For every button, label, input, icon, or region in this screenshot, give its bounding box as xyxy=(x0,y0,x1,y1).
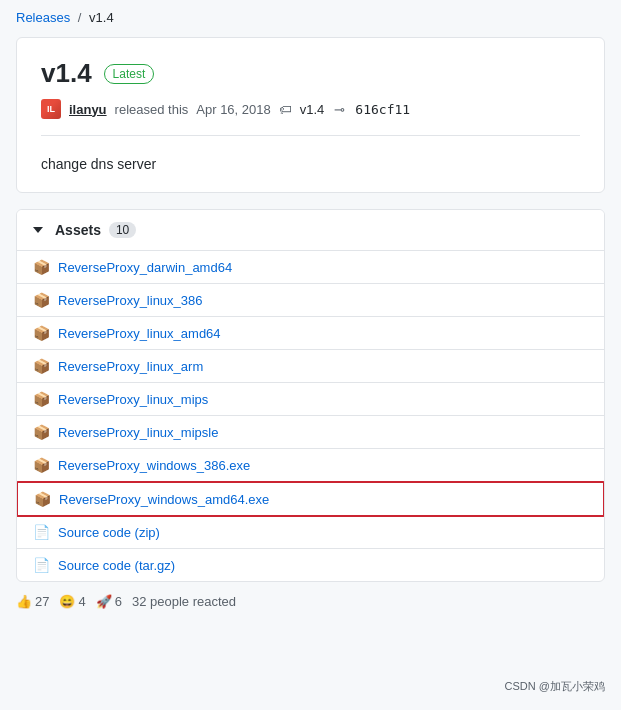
assets-count: 10 xyxy=(109,222,136,238)
reaction-heart[interactable]: 😄 4 xyxy=(59,594,85,609)
asset-link[interactable]: ReverseProxy_linux_arm xyxy=(58,359,203,374)
asset-item: 📦ReverseProxy_linux_386 xyxy=(17,284,604,317)
asset-link[interactable]: ReverseProxy_linux_mips xyxy=(58,392,208,407)
binary-icon: 📦 xyxy=(33,391,50,407)
release-commit: 616cf11 xyxy=(355,102,410,117)
tag-icon: 🏷 xyxy=(279,102,292,117)
release-description: change dns server xyxy=(41,152,580,172)
chevron-down-icon xyxy=(33,227,43,233)
release-header: v1.4 Latest xyxy=(41,58,580,89)
release-version: v1.4 xyxy=(41,58,92,89)
release-tag: v1.4 xyxy=(300,102,325,117)
asset-item: 📄Source code (zip) xyxy=(17,516,604,549)
latest-badge: Latest xyxy=(104,64,155,84)
asset-link[interactable]: ReverseProxy_linux_amd64 xyxy=(58,326,221,341)
assets-section: Assets 10 📦ReverseProxy_darwin_amd64📦Rev… xyxy=(16,209,605,582)
breadcrumb-releases-link[interactable]: Releases xyxy=(16,10,70,25)
reactions-text: 32 people reacted xyxy=(132,594,236,609)
asset-list: 📦ReverseProxy_darwin_amd64📦ReverseProxy_… xyxy=(17,251,604,581)
reactions-bar: 👍 27 😄 4 🚀 6 32 people reacted xyxy=(16,582,605,613)
asset-link[interactable]: Source code (tar.gz) xyxy=(58,558,175,573)
asset-item: 📄Source code (tar.gz) xyxy=(17,549,604,581)
source-icon: 📄 xyxy=(33,557,50,573)
reaction-rocket[interactable]: 🚀 6 xyxy=(96,594,122,609)
reaction-thumbsup[interactable]: 👍 27 xyxy=(16,594,49,609)
release-action: released this xyxy=(115,102,189,117)
binary-icon: 📦 xyxy=(33,358,50,374)
asset-link[interactable]: ReverseProxy_linux_mipsle xyxy=(58,425,218,440)
breadcrumb: Releases / v1.4 xyxy=(16,10,605,25)
asset-item: 📦ReverseProxy_linux_amd64 xyxy=(17,317,604,350)
heart-count: 4 xyxy=(78,594,85,609)
asset-item: 📦ReverseProxy_darwin_amd64 xyxy=(17,251,604,284)
release-meta: IL ilanyu released this Apr 16, 2018 🏷 v… xyxy=(41,99,580,136)
breadcrumb-separator: / xyxy=(78,10,82,25)
asset-item: 📦ReverseProxy_windows_amd64.exe xyxy=(16,481,605,517)
binary-icon: 📦 xyxy=(33,424,50,440)
avatar: IL xyxy=(41,99,61,119)
release-author[interactable]: ilanyu xyxy=(69,102,107,117)
asset-link[interactable]: ReverseProxy_windows_amd64.exe xyxy=(59,492,269,507)
rocket-count: 6 xyxy=(115,594,122,609)
release-date: Apr 16, 2018 xyxy=(196,102,270,117)
commit-arrow: ⊸ xyxy=(334,102,345,117)
asset-item: 📦ReverseProxy_linux_arm xyxy=(17,350,604,383)
binary-icon: 📦 xyxy=(33,292,50,308)
asset-item: 📦ReverseProxy_windows_386.exe xyxy=(17,449,604,482)
breadcrumb-current: v1.4 xyxy=(89,10,114,25)
asset-link[interactable]: ReverseProxy_darwin_amd64 xyxy=(58,260,232,275)
heart-emoji: 😄 xyxy=(59,594,75,609)
thumbsup-count: 27 xyxy=(35,594,49,609)
watermark: CSDN @加瓦小荣鸡 xyxy=(505,679,605,694)
binary-icon: 📦 xyxy=(33,259,50,275)
binary-icon: 📦 xyxy=(34,491,51,507)
thumbsup-emoji: 👍 xyxy=(16,594,32,609)
asset-link[interactable]: Source code (zip) xyxy=(58,525,160,540)
binary-icon: 📦 xyxy=(33,325,50,341)
assets-label: Assets xyxy=(55,222,101,238)
binary-icon: 📦 xyxy=(33,457,50,473)
assets-header[interactable]: Assets 10 xyxy=(17,210,604,251)
asset-link[interactable]: ReverseProxy_windows_386.exe xyxy=(58,458,250,473)
source-icon: 📄 xyxy=(33,524,50,540)
release-card: v1.4 Latest IL ilanyu released this Apr … xyxy=(16,37,605,193)
rocket-emoji: 🚀 xyxy=(96,594,112,609)
asset-item: 📦ReverseProxy_linux_mipsle xyxy=(17,416,604,449)
asset-item: 📦ReverseProxy_linux_mips xyxy=(17,383,604,416)
asset-link[interactable]: ReverseProxy_linux_386 xyxy=(58,293,203,308)
